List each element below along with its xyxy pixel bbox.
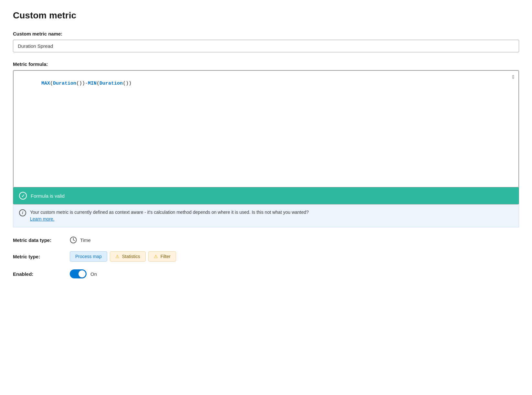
warning-filter-icon: ⚠: [154, 254, 158, 259]
clock-icon: [70, 236, 77, 244]
badge-process-map[interactable]: Process map: [70, 251, 107, 262]
info-box: i Your custom metric is currently define…: [13, 204, 519, 227]
page-title: Custom metric: [13, 10, 519, 21]
formula-call1: ())-: [76, 81, 88, 86]
toggle-container: On: [70, 269, 97, 278]
warning-statistics-icon: ⚠: [115, 254, 120, 259]
valid-check-icon: [19, 192, 27, 200]
metric-name-section: Custom metric name:: [13, 31, 519, 52]
badge-statistics[interactable]: ⚠ Statistics: [110, 251, 146, 262]
svg-line-2: [73, 240, 75, 241]
metric-name-input[interactable]: [13, 40, 519, 52]
info-text: Your custom metric is currently defined …: [30, 209, 513, 223]
metric-data-type-label: Metric data type:: [13, 237, 65, 243]
formula-paren2: (: [97, 81, 99, 86]
formula-code-display[interactable]: MAX(Duration())-MIN(Duration()): [14, 71, 518, 187]
info-icon: i: [19, 209, 26, 216]
valid-banner-text: Formula is valid: [31, 193, 65, 199]
metric-type-row: Metric type: Process map ⚠ Statistics ⚠ …: [13, 251, 519, 262]
badge-process-map-label: Process map: [75, 254, 102, 259]
formula-call2: ()): [123, 81, 131, 86]
metric-formula-label: Metric formula:: [13, 61, 519, 67]
enabled-toggle[interactable]: [70, 269, 87, 278]
metric-name-label: Custom metric name:: [13, 31, 519, 36]
formula-max-keyword: MAX: [41, 81, 50, 86]
formula-editor-wrapper: MAX(Duration())-MIN(Duration()) ⇕ Formul…: [13, 70, 519, 204]
learn-more-link[interactable]: Learn more.: [30, 216, 54, 222]
formula-min-keyword: MIN: [88, 81, 97, 86]
metric-data-type-value: Time: [80, 237, 91, 243]
toggle-thumb: [78, 270, 86, 277]
info-message: Your custom metric is currently defined …: [30, 210, 309, 215]
formula-duration2-keyword: Duration: [99, 81, 123, 86]
formula-duration1-keyword: Duration: [53, 81, 76, 86]
formula-container[interactable]: MAX(Duration())-MIN(Duration()) ⇕: [13, 70, 519, 187]
badge-statistics-label: Statistics: [122, 254, 140, 259]
metric-data-type-row: Metric data type: Time: [13, 236, 519, 244]
metric-type-badges: Process map ⚠ Statistics ⚠ Filter: [70, 251, 176, 262]
metric-type-label: Metric type:: [13, 254, 65, 259]
enabled-state-label: On: [90, 271, 97, 277]
enabled-label: Enabled:: [13, 271, 65, 277]
badge-filter[interactable]: ⚠ Filter: [148, 251, 176, 262]
formula-paren1: (: [50, 81, 53, 86]
formula-valid-banner: Formula is valid: [13, 187, 519, 204]
enabled-row: Enabled: On: [13, 269, 519, 278]
formula-resize-handle[interactable]: ⇕: [511, 74, 515, 80]
badge-filter-label: Filter: [161, 254, 171, 259]
metric-formula-section: Metric formula: MAX(Duration())-MIN(Dura…: [13, 61, 519, 227]
